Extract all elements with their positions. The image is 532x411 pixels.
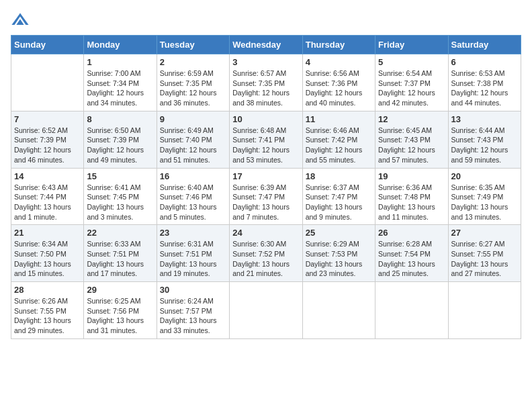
col-header-friday: Friday — [375, 36, 448, 54]
col-header-thursday: Thursday — [302, 36, 375, 54]
day-info: Sunrise: 6:27 AMSunset: 7:55 PMDaylight:… — [451, 239, 518, 279]
calendar-table: SundayMondayTuesdayWednesdayThursdayFrid… — [11, 35, 521, 339]
day-info: Sunrise: 6:28 AMSunset: 7:54 PMDaylight:… — [378, 239, 445, 279]
calendar-cell: 8Sunrise: 6:50 AMSunset: 7:39 PMDaylight… — [84, 111, 157, 168]
day-number: 4 — [306, 57, 372, 67]
day-info: Sunrise: 6:36 AMSunset: 7:48 PMDaylight:… — [378, 183, 445, 222]
day-number: 22 — [87, 228, 153, 238]
calendar-cell: 19Sunrise: 6:36 AMSunset: 7:48 PMDayligh… — [375, 168, 448, 225]
calendar-cell — [448, 282, 521, 339]
calendar-cell: 26Sunrise: 6:28 AMSunset: 7:54 PMDayligh… — [375, 225, 448, 282]
calendar-week-row: 14Sunrise: 6:43 AMSunset: 7:44 PMDayligh… — [11, 168, 521, 225]
calendar-cell: 6Sunrise: 6:53 AMSunset: 7:38 PMDaylight… — [448, 54, 521, 111]
calendar-cell: 7Sunrise: 6:52 AMSunset: 7:39 PMDaylight… — [11, 111, 84, 168]
day-number: 14 — [14, 171, 81, 181]
calendar-week-row: 1Sunrise: 7:00 AMSunset: 7:34 PMDaylight… — [11, 54, 521, 111]
day-info: Sunrise: 6:34 AMSunset: 7:50 PMDaylight:… — [14, 239, 81, 279]
calendar-cell: 27Sunrise: 6:27 AMSunset: 7:55 PMDayligh… — [448, 225, 521, 282]
day-info: Sunrise: 6:26 AMSunset: 7:55 PMDaylight:… — [14, 296, 81, 336]
day-number: 10 — [232, 114, 299, 124]
calendar-cell: 21Sunrise: 6:34 AMSunset: 7:50 PMDayligh… — [11, 225, 84, 282]
calendar-cell: 28Sunrise: 6:26 AMSunset: 7:55 PMDayligh… — [11, 282, 84, 339]
calendar-cell: 13Sunrise: 6:44 AMSunset: 7:43 PMDayligh… — [448, 111, 521, 168]
day-info: Sunrise: 6:31 AMSunset: 7:51 PMDaylight:… — [160, 239, 226, 279]
calendar-cell: 5Sunrise: 6:54 AMSunset: 7:37 PMDaylight… — [375, 54, 448, 111]
calendar-cell: 17Sunrise: 6:39 AMSunset: 7:47 PMDayligh… — [230, 168, 302, 225]
day-number: 7 — [14, 114, 81, 124]
col-header-wednesday: Wednesday — [230, 36, 302, 54]
calendar-header-row: SundayMondayTuesdayWednesdayThursdayFrid… — [11, 36, 521, 54]
calendar-cell: 24Sunrise: 6:30 AMSunset: 7:52 PMDayligh… — [230, 225, 302, 282]
calendar-cell: 9Sunrise: 6:49 AMSunset: 7:40 PMDaylight… — [157, 111, 229, 168]
col-header-tuesday: Tuesday — [157, 36, 229, 54]
calendar-cell: 2Sunrise: 6:59 AMSunset: 7:35 PMDaylight… — [157, 54, 229, 111]
day-number: 6 — [451, 57, 518, 67]
day-number: 12 — [378, 114, 445, 124]
calendar-cell: 3Sunrise: 6:57 AMSunset: 7:35 PMDaylight… — [230, 54, 302, 111]
day-number: 24 — [232, 228, 299, 238]
day-info: Sunrise: 6:30 AMSunset: 7:52 PMDaylight:… — [232, 239, 299, 279]
day-number: 29 — [87, 285, 153, 295]
logo-icon — [11, 11, 30, 30]
day-number: 25 — [306, 228, 372, 238]
day-info: Sunrise: 6:59 AMSunset: 7:35 PMDaylight:… — [160, 68, 226, 108]
day-number: 15 — [87, 171, 153, 181]
logo — [11, 11, 32, 30]
calendar-cell — [375, 282, 448, 339]
day-number: 20 — [451, 171, 518, 181]
day-number: 13 — [451, 114, 518, 124]
col-header-saturday: Saturday — [448, 36, 521, 54]
calendar-cell: 25Sunrise: 6:29 AMSunset: 7:53 PMDayligh… — [302, 225, 375, 282]
calendar-cell: 14Sunrise: 6:43 AMSunset: 7:44 PMDayligh… — [11, 168, 84, 225]
day-info: Sunrise: 6:44 AMSunset: 7:43 PMDaylight:… — [451, 126, 518, 165]
page-header — [11, 11, 521, 30]
calendar-week-row: 21Sunrise: 6:34 AMSunset: 7:50 PMDayligh… — [11, 225, 521, 282]
day-info: Sunrise: 6:54 AMSunset: 7:37 PMDaylight:… — [378, 68, 445, 108]
calendar-cell: 20Sunrise: 6:35 AMSunset: 7:49 PMDayligh… — [448, 168, 521, 225]
calendar-cell: 30Sunrise: 6:24 AMSunset: 7:57 PMDayligh… — [157, 282, 229, 339]
day-number: 2 — [160, 57, 226, 67]
calendar-cell: 16Sunrise: 6:40 AMSunset: 7:46 PMDayligh… — [157, 168, 229, 225]
day-number: 19 — [378, 171, 445, 181]
day-number: 26 — [378, 228, 445, 238]
day-number: 16 — [160, 171, 226, 181]
day-number: 5 — [378, 57, 445, 67]
day-info: Sunrise: 6:41 AMSunset: 7:45 PMDaylight:… — [87, 183, 153, 222]
calendar-cell: 23Sunrise: 6:31 AMSunset: 7:51 PMDayligh… — [157, 225, 229, 282]
day-number: 9 — [160, 114, 226, 124]
calendar-cell — [11, 54, 84, 111]
day-info: Sunrise: 6:33 AMSunset: 7:51 PMDaylight:… — [87, 239, 153, 279]
calendar-week-row: 28Sunrise: 6:26 AMSunset: 7:55 PMDayligh… — [11, 282, 521, 339]
day-info: Sunrise: 6:53 AMSunset: 7:38 PMDaylight:… — [451, 68, 518, 108]
day-info: Sunrise: 6:56 AMSunset: 7:36 PMDaylight:… — [306, 68, 372, 108]
calendar-cell: 10Sunrise: 6:48 AMSunset: 7:41 PMDayligh… — [230, 111, 302, 168]
calendar-cell: 22Sunrise: 6:33 AMSunset: 7:51 PMDayligh… — [84, 225, 157, 282]
day-number: 23 — [160, 228, 226, 238]
day-info: Sunrise: 6:43 AMSunset: 7:44 PMDaylight:… — [14, 183, 81, 222]
day-number: 3 — [232, 57, 299, 67]
day-info: Sunrise: 6:49 AMSunset: 7:40 PMDaylight:… — [160, 126, 226, 165]
day-number: 11 — [306, 114, 372, 124]
day-info: Sunrise: 6:40 AMSunset: 7:46 PMDaylight:… — [160, 183, 226, 222]
calendar-cell: 1Sunrise: 7:00 AMSunset: 7:34 PMDaylight… — [84, 54, 157, 111]
day-number: 30 — [160, 285, 226, 295]
day-info: Sunrise: 6:29 AMSunset: 7:53 PMDaylight:… — [306, 239, 372, 279]
col-header-sunday: Sunday — [11, 36, 84, 54]
day-number: 8 — [87, 114, 153, 124]
day-number: 17 — [232, 171, 299, 181]
day-info: Sunrise: 6:48 AMSunset: 7:41 PMDaylight:… — [232, 126, 299, 165]
day-info: Sunrise: 6:46 AMSunset: 7:42 PMDaylight:… — [306, 126, 372, 165]
day-number: 18 — [306, 171, 372, 181]
day-info: Sunrise: 6:39 AMSunset: 7:47 PMDaylight:… — [232, 183, 299, 222]
day-info: Sunrise: 6:35 AMSunset: 7:49 PMDaylight:… — [451, 183, 518, 222]
day-info: Sunrise: 6:37 AMSunset: 7:47 PMDaylight:… — [306, 183, 372, 222]
calendar-cell: 4Sunrise: 6:56 AMSunset: 7:36 PMDaylight… — [302, 54, 375, 111]
day-info: Sunrise: 7:00 AMSunset: 7:34 PMDaylight:… — [87, 68, 153, 108]
calendar-cell: 11Sunrise: 6:46 AMSunset: 7:42 PMDayligh… — [302, 111, 375, 168]
col-header-monday: Monday — [84, 36, 157, 54]
calendar-cell — [302, 282, 375, 339]
calendar-cell: 18Sunrise: 6:37 AMSunset: 7:47 PMDayligh… — [302, 168, 375, 225]
day-info: Sunrise: 6:24 AMSunset: 7:57 PMDaylight:… — [160, 296, 226, 336]
day-info: Sunrise: 6:50 AMSunset: 7:39 PMDaylight:… — [87, 126, 153, 165]
calendar-week-row: 7Sunrise: 6:52 AMSunset: 7:39 PMDaylight… — [11, 111, 521, 168]
